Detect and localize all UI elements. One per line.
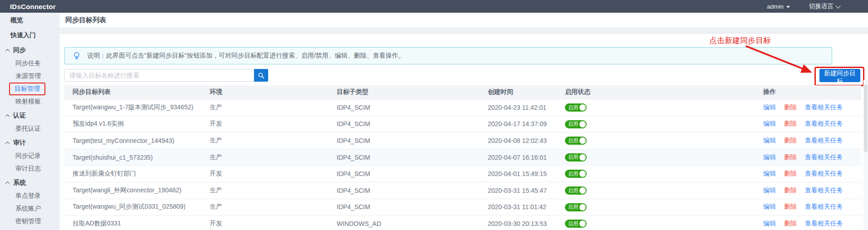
sidebar-item[interactable]: 审计 bbox=[0, 136, 59, 150]
edit-link[interactable]: 编辑 bbox=[763, 120, 776, 127]
status-toggle[interactable]: 启用 bbox=[565, 203, 587, 211]
sidebar-item[interactable]: 系统 bbox=[0, 176, 59, 190]
status-toggle[interactable]: 启用 bbox=[565, 170, 587, 178]
edit-link[interactable]: 编辑 bbox=[763, 186, 776, 194]
subtype-cell: WINDOWS_AD bbox=[337, 215, 488, 230]
status-cell: 启用 bbox=[565, 215, 763, 230]
delete-link[interactable]: 删除 bbox=[784, 153, 797, 161]
status-label: 启用 bbox=[568, 221, 578, 226]
annotation-text: 点击新建同步目标 bbox=[709, 35, 771, 46]
delete-link[interactable]: 删除 bbox=[784, 170, 797, 177]
lightbulb-icon bbox=[72, 51, 81, 60]
sidebar-item[interactable]: 来源管理 bbox=[0, 70, 59, 83]
table-row: 预发idp4 v1.6实例 开发 IDP4_SCIM 2020-04-17 14… bbox=[64, 116, 861, 132]
view-related-tasks-link[interactable]: 查看相关任务 bbox=[805, 120, 843, 127]
status-cell: 启用 bbox=[565, 132, 763, 149]
sidebar-item[interactable]: 委托认证 bbox=[0, 122, 59, 135]
status-toggle[interactable]: 启用 bbox=[565, 186, 587, 195]
target-name-cell: 推送到新康众钉钉部门 bbox=[64, 166, 210, 182]
edit-link[interactable]: 编辑 bbox=[763, 153, 776, 161]
delete-link[interactable]: 删除 bbox=[784, 220, 797, 227]
edit-link[interactable]: 编辑 bbox=[763, 137, 776, 144]
status-toggle[interactable]: 启用 bbox=[565, 120, 587, 128]
sidebar-item[interactable]: 同步记录 bbox=[0, 150, 59, 162]
search-button[interactable] bbox=[254, 69, 268, 82]
table-row: 推送到新康众钉钉部门 开发 IDP4_SCIM 2020-04-01 15:49… bbox=[64, 166, 861, 182]
env-cell: 生产 bbox=[210, 149, 337, 166]
sidebar-item-label: 认证 bbox=[13, 112, 26, 120]
toggle-knob bbox=[579, 171, 586, 177]
sidebar-item[interactable]: 认证 bbox=[0, 109, 59, 122]
view-related-tasks-link[interactable]: 查看相关任务 bbox=[805, 220, 843, 227]
delete-link[interactable]: 删除 bbox=[784, 137, 797, 144]
sidebar-item[interactable]: 密钥管理 bbox=[0, 215, 59, 228]
status-toggle[interactable]: 启用 bbox=[565, 220, 587, 228]
sidebar-item[interactable]: 概览 bbox=[0, 13, 59, 28]
new-sync-target-button[interactable]: 新建同步目标 bbox=[819, 69, 860, 82]
view-related-tasks-link[interactable]: 查看相关任务 bbox=[805, 137, 843, 144]
delete-link[interactable]: 删除 bbox=[784, 186, 797, 194]
status-cell: 启用 bbox=[565, 166, 763, 182]
toggle-knob bbox=[579, 104, 586, 111]
sidebar-item-label: 审计 bbox=[13, 139, 26, 147]
toggle-knob bbox=[579, 204, 586, 210]
status-cell: 启用 bbox=[565, 182, 763, 199]
search-icon bbox=[258, 72, 265, 79]
sidebar-item-label: 系统账户 bbox=[15, 205, 41, 213]
sidebar-item-active[interactable]: 目标管理 bbox=[0, 83, 59, 95]
env-cell: 生产 bbox=[210, 199, 337, 215]
sidebar-item[interactable]: 同步 bbox=[0, 44, 59, 57]
sidebar-item-label: 目标管理 bbox=[9, 83, 45, 95]
info-banner: 说明：此界面可点击"新建同步目标"按钮添加，可对同步目标配置进行搜索、启用/禁用… bbox=[64, 47, 832, 64]
actions-cell: 编辑 删除 查看相关任务 bbox=[763, 215, 861, 230]
status-label: 启用 bbox=[568, 155, 578, 160]
status-toggle[interactable]: 启用 bbox=[565, 153, 587, 161]
edit-link[interactable]: 编辑 bbox=[763, 170, 776, 177]
sidebar-item[interactable]: 映射模板 bbox=[0, 95, 59, 108]
caret-down-icon bbox=[786, 6, 790, 8]
env-cell: 开发 bbox=[210, 166, 337, 182]
sidebar-item[interactable]: 审计日志 bbox=[0, 162, 59, 175]
chevron-down-icon bbox=[835, 3, 840, 8]
actions-cell: 编辑 删除 查看相关任务 bbox=[763, 182, 861, 199]
targets-table-body: Target(wangwu_1-7版本测试同步_934652) 生产 IDP4_… bbox=[64, 99, 861, 230]
view-related-tasks-link[interactable]: 查看相关任务 bbox=[805, 170, 843, 177]
delete-link[interactable]: 删除 bbox=[784, 103, 797, 111]
sidebar-item[interactable]: 单点登录 bbox=[0, 190, 59, 202]
toggle-knob bbox=[579, 121, 586, 127]
toggle-knob bbox=[579, 154, 586, 161]
col-environment: 环境 bbox=[210, 85, 337, 99]
sidebar-item[interactable]: 快速入门 bbox=[0, 28, 59, 43]
sidebar-item-label: 审计日志 bbox=[15, 165, 41, 173]
user-menu[interactable]: admin bbox=[767, 3, 790, 10]
status-cell: 启用 bbox=[565, 99, 763, 116]
edit-link[interactable]: 编辑 bbox=[763, 203, 776, 210]
sidebar-nav: 概览 快速入门 同步 同步任务 来源管理 目标管理 映射模板 认证 委托认证 审… bbox=[0, 13, 59, 228]
actions-cell: 编辑 删除 查看相关任务 bbox=[763, 132, 861, 149]
search-input[interactable] bbox=[64, 69, 254, 82]
sidebar-item[interactable]: 系统账户 bbox=[0, 202, 59, 215]
status-toggle[interactable]: 启用 bbox=[565, 137, 587, 145]
language-switcher[interactable]: 切换语言 bbox=[809, 2, 840, 10]
language-label: 切换语言 bbox=[809, 2, 834, 10]
delete-link[interactable]: 删除 bbox=[784, 203, 797, 210]
actions-cell: 编辑 删除 查看相关任务 bbox=[763, 149, 861, 166]
sidebar-item-label: 密钥管理 bbox=[15, 217, 41, 225]
view-related-tasks-link[interactable]: 查看相关任务 bbox=[805, 153, 843, 161]
view-related-tasks-link[interactable]: 查看相关任务 bbox=[805, 203, 843, 210]
actions-cell: 编辑 删除 查看相关任务 bbox=[763, 166, 861, 182]
delete-link[interactable]: 删除 bbox=[784, 120, 797, 127]
page-title: 同步目标列表 bbox=[65, 16, 106, 24]
created-cell: 2020-04-23 11:42:01 bbox=[488, 99, 565, 116]
sidebar-item[interactable]: 同步任务 bbox=[0, 57, 59, 70]
page-header: 同步目标列表 bbox=[60, 13, 868, 28]
edit-link[interactable]: 编辑 bbox=[763, 103, 776, 111]
table-row: Target(wangli_外网connector_190482) 生产 IDP… bbox=[64, 182, 861, 199]
view-related-tasks-link[interactable]: 查看相关任务 bbox=[805, 103, 843, 111]
scrollbar-thumb[interactable] bbox=[864, 84, 868, 152]
view-related-tasks-link[interactable]: 查看相关任务 bbox=[805, 186, 843, 194]
edit-link[interactable]: 编辑 bbox=[763, 220, 776, 227]
status-toggle[interactable]: 启用 bbox=[565, 103, 587, 112]
status-label: 启用 bbox=[568, 205, 578, 210]
table-row: Target(wangwu_同步测试0331_025809) 生产 IDP4_S… bbox=[64, 199, 861, 215]
